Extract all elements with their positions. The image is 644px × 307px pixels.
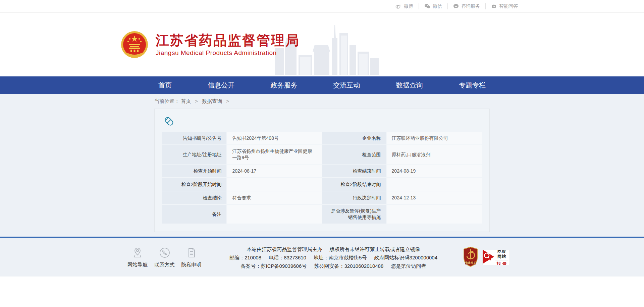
magnifier-flag-icon: [483, 250, 494, 265]
topbar: 微博 微信 咨询服务: [0, 0, 644, 13]
field-label: 检查结论: [162, 191, 226, 204]
footer-link-site-map[interactable]: 网站导航: [124, 247, 151, 268]
footer-badges: 党政机关 政府网站 找错: [462, 247, 510, 268]
footer-address: 地址：南京市鼓楼街5号: [314, 255, 367, 260]
gov-site-find-error-badge[interactable]: 政府网站 找错: [482, 250, 510, 265]
table-row: 检查2阶段开始时间 检查2阶段结束时间: [162, 178, 482, 191]
footer-site-code: 政府网站标识码3200000004: [374, 255, 437, 260]
site-header: 江苏省药品监督管理局 Jiangsu Medical Products Admi…: [0, 13, 644, 76]
robot-icon: [491, 4, 497, 9]
breadcrumb-separator: >: [226, 98, 229, 104]
table-row: 检查结论 符合要求 行政决定时间 2024-12-13: [162, 191, 482, 204]
site-subtitle: Jiangsu Medical Products Administration: [156, 49, 300, 57]
pill-icon: [164, 116, 174, 126]
topbar-item-label: 微博: [404, 3, 413, 9]
breadcrumb-label: 当前位置：: [154, 98, 179, 104]
field-value: [387, 205, 482, 224]
field-value: 江苏省扬州市扬州生物健康产业园健康一路9号: [227, 145, 322, 164]
topbar-item-smart-qa[interactable]: 智能问答: [485, 3, 523, 9]
breadcrumb-link-data-query[interactable]: 数据查询: [202, 98, 222, 104]
table-row: 备注 是否涉及暂停(恢复)生产销售使用等措施: [162, 205, 482, 224]
nav-item-home[interactable]: 首页: [154, 76, 176, 94]
footer-line-1: 本站由江苏省药品监督管理局主办 版权所有未经许可禁止转载或者建立镜像: [211, 245, 455, 253]
page-content: 当前位置： 首页 > 数据查询 > 告知书编号/公告号 告知书2024: [0, 94, 644, 237]
footer-visitor-counter: 您是第位访问者: [391, 263, 426, 269]
footer-link-label: 联系方式: [153, 262, 176, 268]
nav-item-data-query[interactable]: 数据查询: [392, 76, 427, 94]
field-value: [387, 178, 482, 191]
map-pin-icon: [126, 247, 149, 259]
site-footer: 网站导航 联系方式 隐: [0, 238, 644, 277]
field-value: 告知书2024年第408号: [227, 132, 322, 144]
gov-site-badge-action: 找错: [494, 261, 509, 265]
footer-link-contact[interactable]: 联系方式: [151, 247, 178, 268]
field-value: 2024-12-13: [387, 191, 482, 204]
footer-security-number: 苏公网安备：32010602010488: [314, 263, 383, 269]
nav-item-special-topics[interactable]: 专题专栏: [455, 76, 490, 94]
field-value: 2024-08-19: [387, 165, 482, 177]
field-value: [227, 178, 322, 191]
footer-phone: 电话：83273610: [269, 255, 306, 260]
field-label: 生产地址/注册地址: [162, 145, 226, 164]
footer-host-text: 本站由江苏省药品监督管理局主办: [247, 246, 322, 252]
breadcrumb-separator: >: [195, 98, 198, 104]
chat-bubble-icon: [453, 4, 459, 9]
field-label: 检查开始时间: [162, 165, 226, 177]
field-label: 告知书编号/公告号: [162, 132, 226, 144]
field-label: 检查2阶段开始时间: [162, 178, 226, 191]
main-nav: 首页 信息公开 政务服务 交流互动 数据查询 专题专栏: [0, 76, 644, 94]
gov-site-badge-title: 政府网站: [495, 250, 508, 260]
footer-postcode: 邮编：210008: [229, 255, 261, 260]
field-label: 检查2阶段结束时间: [322, 178, 386, 191]
topbar-item-label: 咨询服务: [461, 3, 480, 9]
table-row: 检查开始时间 2024-08-17 检查结束时间 2024-08-19: [162, 165, 482, 177]
nav-item-info-disclosure[interactable]: 信息公开: [204, 76, 238, 94]
breadcrumb-link-home[interactable]: 首页: [181, 98, 191, 104]
field-value: [227, 205, 322, 224]
field-label: 备注: [162, 205, 226, 224]
nav-item-interaction[interactable]: 交流互动: [329, 76, 364, 94]
topbar-item-label: 智能问答: [499, 3, 518, 9]
field-value: 2024-08-17: [227, 165, 322, 177]
topbar-item-wechat[interactable]: 微信: [419, 3, 447, 9]
footer-link-privacy[interactable]: 隐私申明: [178, 247, 205, 268]
footer-copyright-text: 版权所有未经许可禁止转载或者建立镜像: [330, 246, 420, 252]
footer-quick-links: 网站导航 联系方式 隐: [124, 247, 205, 268]
document-icon: [180, 247, 203, 259]
field-label: 行政决定时间: [322, 191, 386, 204]
field-label: 企业名称: [322, 132, 386, 144]
field-value: 江苏联环药业股份有限公司: [387, 132, 482, 144]
weibo-icon: [395, 4, 401, 9]
phone-icon: [153, 247, 176, 259]
footer-info: 本站由江苏省药品监督管理局主办 版权所有未经许可禁止转载或者建立镜像 邮编：21…: [205, 245, 462, 270]
field-value: 原料药,口服溶液剂: [387, 145, 482, 164]
field-label: 是否涉及暂停(恢复)生产销售使用等措施: [322, 205, 386, 224]
nav-item-gov-services[interactable]: 政务服务: [266, 76, 301, 94]
footer-link-label: 隐私申明: [180, 262, 203, 268]
inspection-detail-table: 告知书编号/公告号 告知书2024年第408号 企业名称 江苏联环药业股份有限公…: [161, 131, 483, 224]
site-title: 江苏省药品监督管理局: [156, 33, 300, 48]
svg-text:党政机关: 党政机关: [465, 261, 476, 264]
footer-line-2: 邮编：210008 电话：83273610 地址：南京市鼓楼街5号 政府网站标识…: [211, 253, 455, 262]
field-value: 符合要求: [227, 191, 322, 204]
topbar-item-weibo[interactable]: 微博: [390, 3, 419, 9]
national-emblem-logo: [121, 31, 148, 58]
field-label: 检查范围: [322, 145, 386, 164]
topbar-item-label: 微信: [433, 3, 442, 9]
breadcrumb: 当前位置： 首页 > 数据查询 >: [154, 94, 490, 109]
table-row: 告知书编号/公告号 告知书2024年第408号 企业名称 江苏联环药业股份有限公…: [162, 132, 482, 144]
party-gov-shield-badge[interactable]: 党政机关: [462, 247, 479, 268]
wechat-icon: [424, 4, 430, 9]
footer-line-3: 备案号：苏ICP备09039606号 苏公网安备：32010602010488 …: [211, 262, 455, 270]
field-label: 检查结束时间: [322, 165, 386, 177]
topbar-item-consult[interactable]: 咨询服务: [447, 3, 485, 9]
table-row: 生产地址/注册地址 江苏省扬州市扬州生物健康产业园健康一路9号 检查范围 原料药…: [162, 145, 482, 164]
footer-icp-number: 备案号：苏ICP备09039606号: [241, 263, 307, 269]
footer-link-label: 网站导航: [126, 262, 149, 268]
inspection-detail-card: 告知书编号/公告号 告知书2024年第408号 企业名称 江苏联环药业股份有限公…: [154, 109, 490, 232]
